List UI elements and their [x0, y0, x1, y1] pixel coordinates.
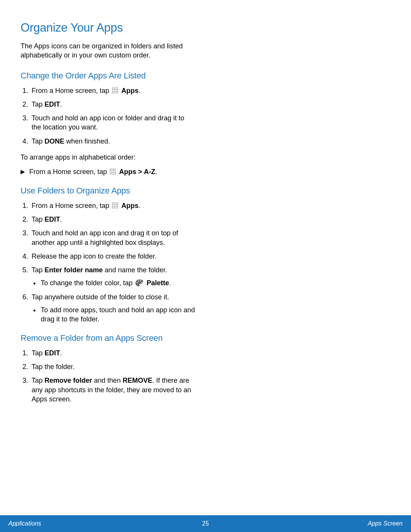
svg-point-5 — [114, 89, 115, 90]
svg-point-36 — [112, 204, 113, 205]
list-item: Touch and hold an app icon and drag it o… — [30, 228, 196, 247]
list-item: Tap DONE when finished. — [30, 137, 196, 146]
svg-point-39 — [117, 204, 118, 205]
svg-point-49 — [138, 281, 139, 282]
list-item: Release the app icon to create the folde… — [30, 252, 196, 261]
list-item: Tap EDIT. — [30, 100, 196, 109]
list-item: Tap the folder. — [30, 362, 196, 371]
svg-point-19 — [115, 169, 116, 170]
svg-point-2 — [115, 87, 116, 88]
svg-point-48 — [137, 282, 138, 283]
svg-point-45 — [114, 207, 115, 208]
section-heading-1: Change the Order Apps Are Listed — [21, 71, 196, 81]
list-item: To add more apps, touch and hold an app … — [40, 305, 196, 324]
step-text: Tap — [32, 216, 45, 223]
step-text: Tap — [32, 349, 45, 357]
page-title: Organize Your Apps — [21, 21, 196, 35]
list-item: Touch and hold an app icon or folder and… — [30, 113, 196, 132]
list-item: Tap Enter folder name and name the folde… — [30, 265, 196, 288]
svg-point-11 — [117, 91, 118, 92]
svg-point-7 — [117, 89, 118, 90]
svg-point-33 — [114, 202, 115, 203]
step-bold: DONE — [45, 137, 64, 145]
step-bold: EDIT — [45, 101, 60, 108]
svg-point-10 — [115, 91, 116, 92]
list-item: To change the folder color, tap Palette. — [40, 278, 196, 288]
palette-icon — [135, 279, 143, 287]
svg-point-25 — [112, 172, 113, 173]
list-item: From a Home screen, tap Apps. — [30, 86, 196, 95]
step-text: Tap — [32, 101, 45, 108]
svg-point-15 — [117, 92, 118, 93]
svg-point-29 — [112, 174, 113, 175]
svg-point-50 — [140, 281, 141, 282]
step-text: when finished. — [64, 137, 110, 145]
svg-point-14 — [115, 92, 116, 93]
step-bold: EDIT — [45, 349, 60, 357]
svg-point-30 — [113, 174, 114, 175]
svg-point-9 — [114, 91, 115, 92]
apps-grid-icon — [110, 168, 116, 175]
step-bold: Remove folder — [45, 377, 92, 384]
svg-point-4 — [112, 89, 113, 90]
step-text: Tap — [32, 377, 45, 384]
svg-point-47 — [117, 207, 118, 208]
svg-point-27 — [115, 172, 116, 173]
svg-point-21 — [112, 170, 113, 171]
list-item: Tap anywhere outside of the folder to cl… — [30, 292, 196, 324]
step-text: From a Home screen, tap — [29, 168, 107, 176]
svg-point-41 — [114, 206, 115, 207]
svg-point-32 — [112, 202, 113, 203]
svg-point-3 — [117, 87, 118, 88]
step-bold: Apps — [121, 202, 139, 209]
apps-grid-icon — [112, 202, 118, 209]
intro-paragraph: The Apps icons can be organized in folde… — [21, 42, 196, 60]
arrange-intro: To arrange apps in alphabetical order: — [21, 153, 196, 162]
step-bold: REMOVE — [123, 377, 152, 384]
list-item: Tap EDIT. — [30, 215, 196, 224]
svg-point-28 — [110, 174, 111, 175]
step-bold: Apps > A-Z — [119, 168, 155, 176]
svg-point-40 — [112, 206, 113, 207]
svg-point-43 — [117, 206, 118, 207]
footer-page-number: 25 — [0, 520, 411, 527]
svg-point-26 — [113, 172, 114, 173]
arrow-step: ▶ From a Home screen, tap Apps > A-Z. — [21, 167, 196, 176]
step-bold: EDIT — [45, 216, 60, 223]
step-text: and then — [92, 377, 123, 384]
svg-point-6 — [115, 89, 116, 90]
svg-point-46 — [115, 207, 116, 208]
step-text: Tap — [32, 137, 45, 145]
apps-grid-icon — [112, 87, 118, 94]
svg-point-1 — [114, 87, 115, 88]
svg-point-22 — [113, 170, 114, 171]
page-footer: Applications 25 Apps Screen — [0, 515, 411, 532]
list-item: From a Home screen, tap Apps. — [30, 201, 196, 210]
svg-point-42 — [115, 206, 116, 207]
step-text: From a Home screen, tap — [32, 87, 109, 94]
svg-point-23 — [115, 170, 116, 171]
svg-point-8 — [112, 91, 113, 92]
svg-point-16 — [110, 169, 111, 170]
svg-point-35 — [117, 202, 118, 203]
svg-point-18 — [113, 169, 114, 170]
section-heading-2: Use Folders to Organize Apps — [21, 186, 196, 196]
step-bold: Apps — [121, 87, 139, 94]
section-heading-3: Remove a Folder from an Apps Screen — [21, 333, 196, 343]
svg-point-37 — [114, 204, 115, 205]
step-bold: Palette — [147, 279, 169, 287]
svg-point-20 — [110, 170, 111, 171]
svg-point-12 — [112, 92, 113, 93]
step-bold: Enter folder name — [45, 266, 103, 274]
svg-point-31 — [115, 174, 116, 175]
svg-point-38 — [115, 204, 116, 205]
step-text: Tap — [32, 266, 45, 274]
svg-point-0 — [112, 87, 113, 88]
svg-point-51 — [141, 282, 142, 283]
list-item: Tap EDIT. — [30, 348, 196, 358]
step-text: From a Home screen, tap — [32, 202, 109, 209]
step-text: and name the folder. — [103, 266, 167, 274]
list-item: Tap Remove folder and then REMOVE. If th… — [30, 376, 196, 404]
svg-point-34 — [115, 202, 116, 203]
svg-point-24 — [110, 172, 111, 173]
